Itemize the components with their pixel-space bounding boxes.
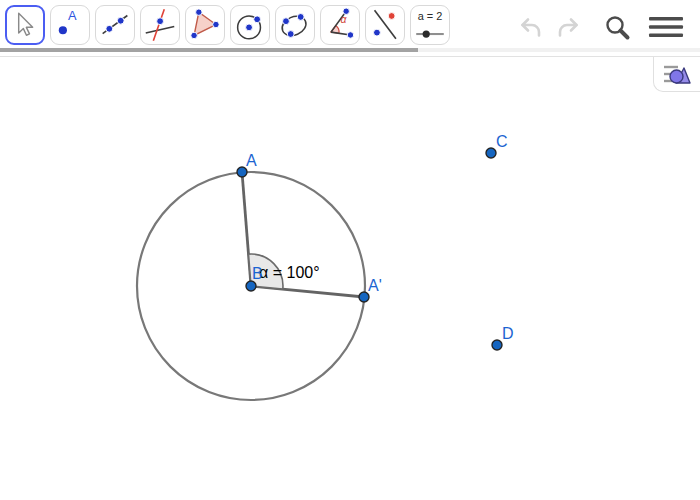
tool-angle-button[interactable]: α [320, 5, 360, 45]
slider-icon: a = 2 [411, 6, 449, 44]
tool-line-button[interactable] [95, 5, 135, 45]
menu-button[interactable] [648, 13, 684, 41]
point-icon: A [51, 6, 89, 44]
point-label-B[interactable]: B [252, 265, 263, 282]
conic-through-points-icon [276, 6, 314, 44]
point-B[interactable] [246, 281, 256, 291]
toolbar-scroll-thumb[interactable] [0, 48, 418, 52]
tool-move-button[interactable] [5, 5, 45, 45]
redo-button[interactable] [554, 14, 582, 40]
tool-reflect-about-line-button[interactable] [365, 5, 405, 45]
tool-point-button[interactable]: A [50, 5, 90, 45]
polygon-icon [186, 6, 224, 44]
svg-text:α: α [340, 14, 347, 25]
toolbar-scroll-track[interactable] [0, 48, 700, 52]
angle-icon: α [321, 6, 359, 44]
search-icon [602, 12, 632, 42]
tool-perpendicular-line-button[interactable] [140, 5, 180, 45]
undo-icon [517, 14, 545, 40]
point-label-A'[interactable]: A' [368, 277, 382, 294]
tool-conic-through-points-button[interactable] [275, 5, 315, 45]
point-label-D[interactable]: D [502, 325, 514, 342]
search-button[interactable] [602, 12, 632, 42]
line-icon [96, 6, 134, 44]
point-D[interactable] [492, 340, 502, 350]
perpendicular-line-icon [141, 6, 179, 44]
undo-button[interactable] [517, 14, 545, 40]
tool-buttons: A [5, 5, 450, 45]
point-label-A[interactable]: A [246, 152, 257, 169]
tool-slider-button[interactable]: a = 2 [410, 5, 450, 45]
graphics-view[interactable]: α = 100°ABA'CD [0, 0, 700, 500]
svg-text:A: A [68, 8, 77, 23]
hamburger-menu-icon [648, 13, 684, 41]
tool-polygon-button[interactable] [185, 5, 225, 45]
point-label-C[interactable]: C [496, 133, 508, 150]
svg-text:a = 2: a = 2 [418, 10, 443, 22]
angle-label[interactable]: α = 100° [259, 264, 320, 281]
redo-icon [554, 14, 582, 40]
header-actions [517, 12, 684, 42]
tool-circle-with-center-button[interactable] [230, 5, 270, 45]
toolbar: A [0, 0, 700, 57]
point-C[interactable] [486, 148, 496, 158]
stylebar-toggle-button[interactable] [653, 57, 700, 92]
move-cursor-icon [7, 6, 43, 44]
reflect-about-line-icon [366, 6, 404, 44]
stylebar-icon [662, 61, 692, 87]
circle-with-center-icon [231, 6, 269, 44]
